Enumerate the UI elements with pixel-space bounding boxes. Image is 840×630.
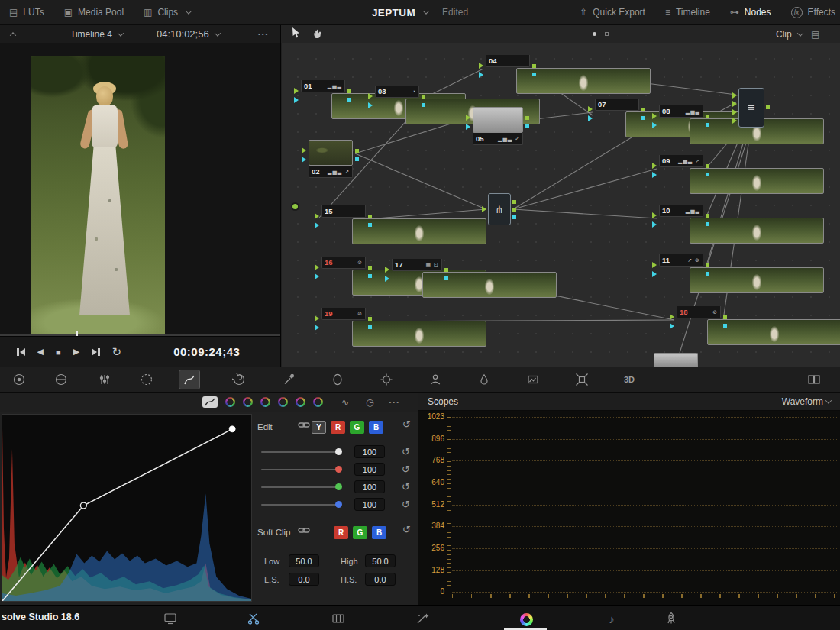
- channel-r-button[interactable]: R: [334, 526, 348, 539]
- stop-button[interactable]: ■: [56, 347, 61, 357]
- project-title-dropdown[interactable]: JEPTUM: [372, 7, 428, 18]
- splitter-node[interactable]: ⋔: [488, 193, 511, 225]
- pointer-tool[interactable]: [292, 27, 302, 41]
- rgb-output-port[interactable]: [347, 89, 351, 93]
- rgb-input-port[interactable]: [302, 147, 309, 153]
- node-11[interactable]: 11↗ ⊛: [659, 254, 703, 267]
- key-output-port[interactable]: [368, 325, 372, 329]
- rgb-input-port[interactable]: [315, 213, 322, 219]
- rgb-input-port[interactable]: [652, 113, 660, 119]
- hue-vs-lum-mode[interactable]: [260, 397, 270, 407]
- node-partial[interactable]: [654, 353, 698, 367]
- lum-vs-sat-mode[interactable]: [278, 397, 288, 407]
- skip-start-button[interactable]: [17, 348, 25, 356]
- field-value[interactable]: 0.0: [365, 573, 396, 586]
- rgb-input-port[interactable]: [315, 315, 322, 321]
- rgb-output-port[interactable]: [723, 315, 727, 319]
- key-input-port[interactable]: [466, 124, 473, 130]
- mixer-input-port[interactable]: [732, 101, 740, 107]
- timeline-selector[interactable]: Timeline 4: [70, 29, 123, 40]
- layer-mixer-node[interactable]: ≣: [738, 88, 764, 128]
- key-output-port[interactable]: [706, 123, 709, 127]
- mixer-input-port[interactable]: [732, 92, 740, 99]
- viewer-options-menu[interactable]: •••: [258, 31, 269, 37]
- reset-soft-clip-icon[interactable]: ↺: [402, 524, 411, 535]
- mixer-input-port[interactable]: [732, 109, 740, 115]
- hue-vs-sat-mode[interactable]: [243, 397, 253, 407]
- rgb-output-port[interactable]: [368, 215, 372, 218]
- rgb-mixer-tool[interactable]: [94, 370, 115, 389]
- splitter-output-port[interactable]: [512, 215, 516, 219]
- node-08[interactable]: 08▂▅▃: [659, 105, 703, 118]
- field-value[interactable]: 50.0: [365, 554, 396, 567]
- nodes-view-button[interactable]: ⊶ Nodes: [730, 7, 771, 18]
- timeline-view-button[interactable]: ≡ Timeline: [665, 7, 710, 18]
- edit-page-button[interactable]: [330, 610, 347, 627]
- power-window-tool[interactable]: [327, 370, 348, 389]
- key-output-port[interactable]: [525, 124, 529, 128]
- sat-vs-lum-mode[interactable]: [313, 397, 323, 407]
- channel-value-field[interactable]: 100: [354, 480, 385, 493]
- key-input-port[interactable]: [385, 276, 393, 282]
- node-07[interactable]: 07: [595, 99, 639, 111]
- key-input-port[interactable]: [294, 97, 302, 103]
- gang-link-icon[interactable]: [298, 421, 310, 431]
- rgb-output-port[interactable]: [525, 116, 529, 120]
- rgb-input-port[interactable]: [588, 106, 596, 112]
- node-04[interactable]: 04: [486, 55, 530, 67]
- reset-icon[interactable]: ↺: [402, 464, 410, 475]
- key-output-port[interactable]: [368, 274, 372, 278]
- channel-b-button[interactable]: B: [372, 526, 386, 539]
- key-output-port[interactable]: [355, 157, 359, 161]
- rgb-output-port[interactable]: [706, 115, 709, 118]
- clip-mode-dropdown[interactable]: Clip: [776, 29, 803, 40]
- node-17[interactable]: 17▦ ⊡: [392, 259, 442, 271]
- rgb-input-port[interactable]: [385, 267, 393, 273]
- slider-knob[interactable]: [335, 448, 342, 455]
- viewer-timecode-dropdown[interactable]: 04:10:02;56: [157, 28, 220, 40]
- channel-value-field[interactable]: 100: [354, 445, 385, 458]
- splitter-output-port[interactable]: [512, 200, 516, 204]
- node-10[interactable]: 10▂▅▃: [659, 205, 703, 217]
- channel-value-field[interactable]: 100: [354, 463, 385, 476]
- pan-tool[interactable]: [312, 27, 323, 41]
- curves-tool[interactable]: [179, 370, 200, 389]
- key-input-port[interactable]: [368, 102, 376, 108]
- sizing-tool[interactable]: [571, 370, 593, 389]
- color-wheels-tool[interactable]: [8, 370, 30, 389]
- gang-link-icon[interactable]: [298, 526, 310, 537]
- node-03[interactable]: 03◔: [375, 86, 419, 98]
- key-output-port[interactable]: [368, 223, 372, 227]
- channel-g-button[interactable]: G: [353, 526, 367, 539]
- rgb-output-port[interactable]: [641, 108, 645, 111]
- key-output-port[interactable]: [641, 116, 645, 120]
- qualifier-tool[interactable]: [278, 370, 299, 389]
- skip-end-button[interactable]: [92, 348, 100, 356]
- channel-slider[interactable]: [261, 451, 341, 453]
- channel-y-button[interactable]: Y: [312, 421, 326, 434]
- key-output-port[interactable]: [706, 222, 709, 226]
- rgb-input-port[interactable]: [652, 262, 660, 268]
- hue-vs-hue-mode[interactable]: [225, 397, 235, 407]
- key-output-port[interactable]: [706, 173, 709, 176]
- slider-knob[interactable]: [335, 501, 342, 508]
- key-output-port[interactable]: [723, 324, 727, 328]
- key-output-port[interactable]: [706, 272, 709, 276]
- rgb-output-port[interactable]: [368, 317, 372, 321]
- key-output-port[interactable]: [347, 98, 351, 102]
- node-16[interactable]: 16⊘: [321, 257, 366, 269]
- rgb-output-port[interactable]: [444, 268, 448, 272]
- color-warper-tool[interactable]: [228, 370, 250, 389]
- split-screen-tool[interactable]: [803, 370, 825, 389]
- node-09[interactable]: 09▂▅▃ ↗: [659, 155, 703, 167]
- collapse-viewer-icon[interactable]: [10, 32, 16, 38]
- key-input-port[interactable]: [652, 172, 660, 178]
- node-graph[interactable]: 01▂▅▃03◔0405▂▅▃ ✓02▂▅▃ ↗0708▂▅▃09▂▅▃ ↗10…: [282, 43, 840, 367]
- key-input-port[interactable]: [302, 157, 309, 163]
- splitter-output-port[interactable]: [512, 208, 516, 212]
- key-input-port[interactable]: [315, 273, 322, 279]
- curve-options-menu[interactable]: •••: [389, 399, 400, 405]
- node-19[interactable]: 19⊘: [321, 308, 366, 320]
- node-18[interactable]: 18⊘: [677, 306, 721, 318]
- rgb-input-port[interactable]: [670, 314, 677, 320]
